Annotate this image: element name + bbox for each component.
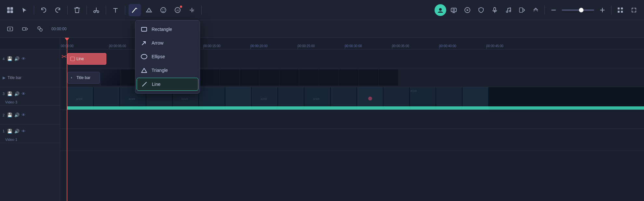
track3-save-icon[interactable]: 💾 xyxy=(7,91,12,96)
track-video3-name-label: Video 3 xyxy=(0,100,60,105)
track-label-titlebar: ▶ Title bar xyxy=(0,68,60,87)
time-display-area: 00:00:00 xyxy=(51,27,67,31)
track-titlebar-name: Title bar xyxy=(7,75,21,80)
track-row-2 xyxy=(60,110,644,129)
expand-button[interactable] xyxy=(628,4,640,16)
cut-button[interactable] xyxy=(90,4,102,16)
extract-button[interactable] xyxy=(516,4,528,16)
zoom-out-button[interactable] xyxy=(547,4,560,16)
ruler-mark-6: 00:00:35:00 xyxy=(392,44,409,48)
svg-text:ACER: ACER xyxy=(261,98,267,100)
track1-save-icon[interactable]: 💾 xyxy=(7,129,12,134)
track-label-2: 2 💾 🔊 👁 xyxy=(0,106,60,125)
clip-titlebar-label: Title bar xyxy=(76,75,90,80)
svg-text:ACER: ACER xyxy=(313,98,319,100)
top-toolbar: AI xyxy=(0,0,644,20)
track4-audio-icon[interactable]: 🔊 xyxy=(14,56,20,61)
mic-button[interactable] xyxy=(489,4,501,16)
add-audio-track-button[interactable] xyxy=(19,23,31,35)
avatar-button[interactable] xyxy=(435,4,446,16)
current-time-label: 00:00:00 xyxy=(51,27,67,31)
track4-eye-icon[interactable]: 👁 xyxy=(21,56,26,61)
svg-rect-21 xyxy=(621,7,623,9)
clip-line[interactable]: Line xyxy=(67,53,106,65)
ruler-mark-2: 00:00:15:00 xyxy=(203,44,221,48)
track2-save-icon[interactable]: 💾 xyxy=(7,113,12,117)
divider-5 xyxy=(125,6,125,15)
delete-button[interactable] xyxy=(71,4,83,16)
music-button[interactable] xyxy=(502,4,515,16)
shapes-button[interactable] xyxy=(143,4,155,16)
shape-item-rectangle[interactable]: Rectangle xyxy=(135,22,200,36)
playhead-arrow xyxy=(65,38,69,41)
shape-item-ellipse-label: Ellipse xyxy=(152,54,165,59)
svg-rect-0 xyxy=(7,7,10,10)
main-area: 4 💾 🔊 👁 ▶ Title bar 3 💾 🔊 👁 Video 3 2 💾 xyxy=(0,38,644,201)
track-row-1 xyxy=(60,129,644,151)
shape-item-ellipse[interactable]: Ellipse xyxy=(135,50,200,63)
zoom-thumb xyxy=(579,8,584,12)
undo-button[interactable] xyxy=(37,4,50,16)
track2-eye-icon[interactable]: 👁 xyxy=(21,113,26,117)
ruler-tick-5 xyxy=(345,47,345,49)
ai-button[interactable]: AI xyxy=(171,4,184,16)
svg-point-17 xyxy=(506,11,508,12)
more-tools-button[interactable] xyxy=(186,4,198,16)
redo-button[interactable] xyxy=(52,4,64,16)
track1-eye-icon[interactable]: 👁 xyxy=(21,129,26,134)
track-num-2: 2 xyxy=(3,113,5,117)
text-button[interactable] xyxy=(109,4,122,16)
svg-point-9 xyxy=(164,9,165,10)
play-button[interactable] xyxy=(461,4,474,16)
svg-rect-20 xyxy=(618,7,620,9)
track1-audio-icon[interactable]: 🔊 xyxy=(14,129,20,134)
shape-item-triangle[interactable]: Triangle xyxy=(135,63,200,77)
replace-button[interactable] xyxy=(530,4,542,16)
track-num-3: 3 xyxy=(3,92,5,96)
add-track-button[interactable] xyxy=(4,23,16,35)
rectangle-icon xyxy=(141,26,148,33)
svg-rect-23 xyxy=(621,11,623,13)
trackbar-icon: ▶ xyxy=(3,75,6,80)
ruler-tick-6 xyxy=(392,47,392,49)
track2-audio-icon[interactable]: 🔊 xyxy=(14,113,20,117)
divider-1 xyxy=(34,6,34,15)
clip-titlebar[interactable]: Title bar xyxy=(67,72,100,84)
cursor-button[interactable] xyxy=(18,4,31,16)
ruler-tick-8 xyxy=(486,47,487,49)
playhead-ruler xyxy=(67,38,67,49)
ruler-mark-7: 00:00:40:00 xyxy=(439,44,456,48)
arrow-icon xyxy=(141,39,148,47)
track-label-4: 4 💾 🔊 👁 xyxy=(0,49,60,68)
track-video3-label-group: 3 💾 🔊 👁 Video 3 xyxy=(0,87,60,106)
sticker-button[interactable] xyxy=(157,4,169,16)
zoom-in-button[interactable] xyxy=(596,4,609,16)
svg-point-45 xyxy=(141,54,147,59)
zoom-slider[interactable] xyxy=(562,9,594,11)
draw-button[interactable] xyxy=(128,4,141,16)
add-special-button[interactable] xyxy=(34,23,46,35)
divider-8 xyxy=(611,6,611,15)
zoom-area xyxy=(547,4,609,16)
ruler-mark-1: 00:00:05:00 xyxy=(109,44,126,48)
shape-item-arrow[interactable]: Arrow xyxy=(135,36,200,50)
svg-rect-16 xyxy=(494,7,496,11)
svg-rect-44 xyxy=(141,27,147,31)
divider-7 xyxy=(544,6,545,15)
track-toolbar: 00:00:00 xyxy=(0,20,644,38)
screen-record-button[interactable] xyxy=(448,4,460,16)
layout-button[interactable] xyxy=(4,4,16,16)
grid-view-button[interactable] xyxy=(614,4,626,16)
track-num-1: 1 xyxy=(3,129,5,133)
clip-line-label: Line xyxy=(76,57,84,61)
track3-eye-icon[interactable]: 👁 xyxy=(21,91,26,96)
shape-item-line[interactable]: Line xyxy=(137,78,198,91)
shield-button[interactable] xyxy=(475,4,487,16)
shape-item-rectangle-label: Rectangle xyxy=(152,27,172,32)
ruler-tick-2 xyxy=(203,47,204,49)
svg-point-27 xyxy=(40,29,42,31)
ruler-tick-7 xyxy=(439,47,439,49)
track-label-video3-controls: 3 💾 🔊 👁 xyxy=(0,87,60,100)
track4-save-icon[interactable]: 💾 xyxy=(7,56,12,61)
track3-audio-icon[interactable]: 🔊 xyxy=(14,91,20,96)
